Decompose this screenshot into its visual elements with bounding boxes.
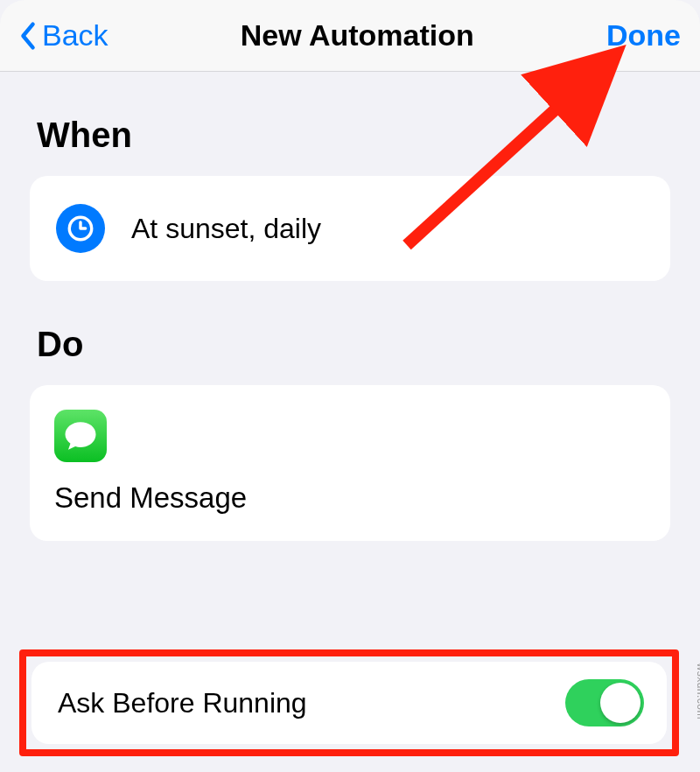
navbar: Back New Automation Done — [0, 0, 700, 72]
back-button[interactable]: Back — [19, 18, 108, 53]
section-title-do: Do — [37, 325, 670, 364]
page-title: New Automation — [241, 18, 474, 53]
when-text: At sunset, daily — [131, 213, 321, 245]
messages-icon — [54, 410, 107, 462]
ask-label: Ask Before Running — [58, 687, 307, 719]
do-card[interactable]: Send Message — [30, 385, 670, 541]
do-action-label: Send Message — [54, 481, 646, 515]
back-label: Back — [42, 18, 108, 53]
ask-toggle[interactable] — [565, 679, 644, 726]
watermark: wsxdn.com — [695, 663, 700, 719]
content: When At sunset, daily Do Send Message — [0, 72, 700, 541]
when-row: At sunset, daily — [54, 195, 646, 262]
clock-icon — [56, 204, 105, 253]
highlight-box: Ask Before Running — [19, 649, 679, 756]
chevron-left-icon — [19, 21, 37, 51]
ask-before-running-row: Ask Before Running — [32, 662, 667, 744]
section-title-when: When — [37, 116, 670, 155]
when-card[interactable]: At sunset, daily — [30, 176, 670, 281]
done-button[interactable]: Done — [606, 18, 681, 53]
